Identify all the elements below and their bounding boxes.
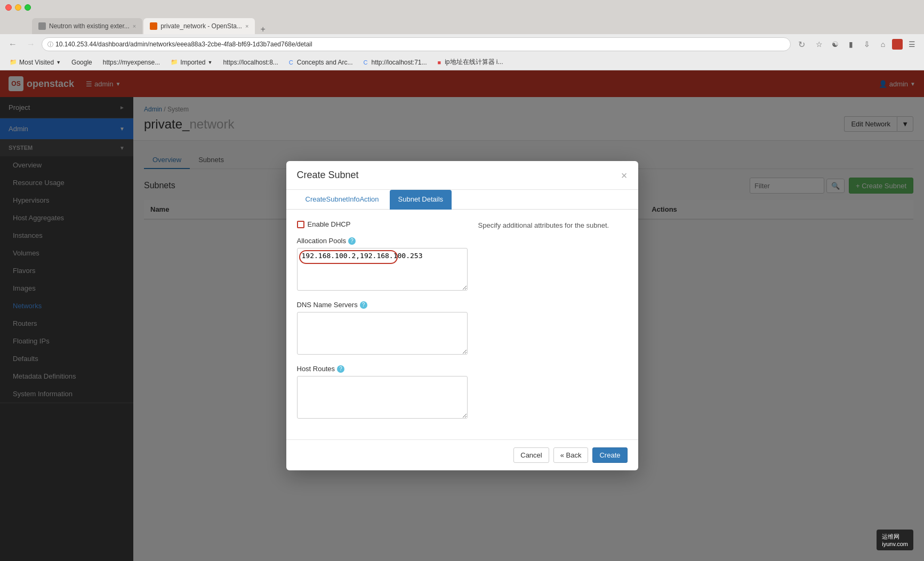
tab-2-icon — [150, 22, 157, 30]
cancel-button[interactable]: Cancel — [513, 447, 549, 463]
bookmark-ip-calculator[interactable]: ■ ip地址在线计算器 i... — [433, 57, 508, 68]
bookmark-localhost71-label: http://localhost:71... — [371, 59, 427, 66]
host-routes-group: Host Routes ? — [297, 365, 468, 420]
back-button[interactable]: ← — [5, 37, 20, 52]
allocation-pools-group: Allocation Pools ? — [297, 237, 468, 292]
url-bar[interactable]: ⓘ 10.140.253.44/dashboard/admin/networks… — [42, 37, 791, 51]
allocation-pools-help-icon[interactable]: ? — [348, 237, 356, 245]
add-tab-button[interactable]: + — [256, 25, 269, 34]
modal-tab-info[interactable]: CreateSubnetInfoAction — [297, 190, 388, 210]
toolbar-icons: ☆ ☯ ▮ ⇩ ⌂ ☰ — [812, 37, 919, 51]
bookmarks-bar: 📁 Most Visited ▼ Google https://myexpens… — [0, 54, 924, 70]
bookmark-most-visited-label: Most Visited — [19, 59, 54, 66]
browser-tabs: Neutron with existing exter... × private… — [0, 15, 924, 34]
watermark-line1: 运维网 — [882, 533, 908, 541]
browser-titlebar — [0, 0, 924, 15]
host-routes-help-icon[interactable]: ? — [337, 365, 344, 373]
tab-1-close[interactable]: × — [133, 23, 136, 29]
modal-title: Create Subnet — [297, 170, 359, 181]
modal-side-text: Specify additional attributes for the su… — [478, 220, 628, 429]
reload-button[interactable]: ↻ — [794, 37, 809, 52]
modal-tabs: CreateSubnetInfoAction Subnet Details — [286, 190, 638, 210]
bookmark-myexpense[interactable]: https://myexpense... — [99, 58, 164, 67]
bookmark-imported-label: Imported — [180, 59, 205, 66]
enable-dhcp-row: Enable DHCP — [297, 220, 468, 228]
enable-dhcp-checkbox[interactable] — [297, 221, 304, 228]
bookmark-concepts-label: Concepts and Arc... — [297, 59, 353, 66]
modal-footer: Cancel « Back Create — [286, 439, 638, 470]
lock-icon: ⓘ — [47, 41, 53, 49]
close-window-button[interactable] — [5, 4, 12, 11]
allocation-pools-textarea[interactable] — [297, 248, 468, 291]
browser-chrome: Neutron with existing exter... × private… — [0, 0, 924, 70]
bookmark-imported[interactable]: 📁 Imported ▼ — [166, 58, 216, 67]
menu-button[interactable]: ☰ — [905, 37, 919, 51]
url-text: 10.140.253.44/dashboard/admin/networks/e… — [55, 41, 785, 48]
bookmark-myexpense-label: https://myexpense... — [103, 59, 160, 66]
create-button[interactable]: Create — [592, 447, 627, 463]
browser-toolbar: ← → ⓘ 10.140.253.44/dashboard/admin/netw… — [0, 34, 924, 54]
bookmark-imported-icon: 📁 — [171, 59, 178, 66]
modal-body: Enable DHCP Allocation Pools ? — [286, 210, 638, 439]
shield-button[interactable]: ▮ — [844, 37, 858, 51]
bookmark-folder-icon: 📁 — [10, 59, 17, 66]
download-button[interactable]: ⇩ — [860, 37, 874, 51]
enable-dhcp-label[interactable]: Enable DHCP — [308, 220, 351, 228]
browser-tab-2[interactable]: private_network - OpenSta... × — [143, 18, 255, 34]
bookmark-concepts[interactable]: C Concepts and Arc... — [285, 58, 357, 67]
bookmark-google[interactable]: Google — [67, 58, 97, 67]
tab-1-label: Neutron with existing exter... — [49, 22, 130, 30]
create-subnet-modal: Create Subnet × CreateSubnetInfoAction S… — [286, 161, 638, 470]
maximize-window-button[interactable] — [25, 4, 31, 11]
dns-label: DNS Name Servers ? — [297, 301, 468, 309]
browser-tab-1[interactable]: Neutron with existing exter... × — [32, 18, 142, 34]
modal-form: Enable DHCP Allocation Pools ? — [297, 220, 468, 429]
modal-tab-details[interactable]: Subnet Details — [390, 190, 452, 210]
bookmark-most-visited-chevron: ▼ — [56, 60, 61, 65]
modal-description: Specify additional attributes for the su… — [478, 220, 628, 231]
dns-help-icon[interactable]: ? — [360, 301, 367, 309]
forward-button[interactable]: → — [23, 37, 38, 52]
bookmark-imported-chevron: ▼ — [208, 60, 213, 65]
minimize-window-button[interactable] — [15, 4, 21, 11]
back-button[interactable]: « Back — [553, 447, 589, 463]
bookmark-most-visited[interactable]: 📁 Most Visited ▼ — [5, 58, 65, 67]
tab-1-icon — [38, 22, 46, 30]
host-routes-label: Host Routes ? — [297, 365, 468, 373]
watermark: 运维网 iyunv.com — [877, 530, 913, 550]
dns-textarea[interactable] — [297, 312, 468, 355]
allocation-pool-wrapper — [297, 248, 468, 292]
home-button[interactable]: ⌂ — [876, 37, 890, 51]
allocation-pools-label: Allocation Pools ? — [297, 237, 468, 245]
bookmark-google-label: Google — [71, 59, 92, 66]
bookmark-sync-button[interactable]: ☯ — [828, 37, 842, 51]
dns-group: DNS Name Servers ? — [297, 301, 468, 356]
profile-icon[interactable] — [892, 39, 903, 50]
bookmark-localhost8-label: https://localhost:8... — [223, 59, 278, 66]
modal-overlay[interactable]: Create Subnet × CreateSubnetInfoAction S… — [0, 70, 924, 561]
bookmark-localhost71[interactable]: C http://localhost:71... — [359, 58, 431, 67]
modal-header: Create Subnet × — [286, 161, 638, 190]
tab-2-close[interactable]: × — [245, 23, 248, 29]
tab-2-label: private_network - OpenSta... — [160, 22, 242, 30]
bookmark-star-button[interactable]: ☆ — [812, 37, 826, 51]
watermark-line2: iyunv.com — [882, 541, 908, 547]
modal-close-button[interactable]: × — [621, 170, 628, 181]
bookmark-localhost8[interactable]: https://localhost:8... — [219, 58, 282, 67]
bookmark-ip-calculator-label: ip地址在线计算器 i... — [445, 58, 503, 67]
host-routes-textarea[interactable] — [297, 376, 468, 419]
